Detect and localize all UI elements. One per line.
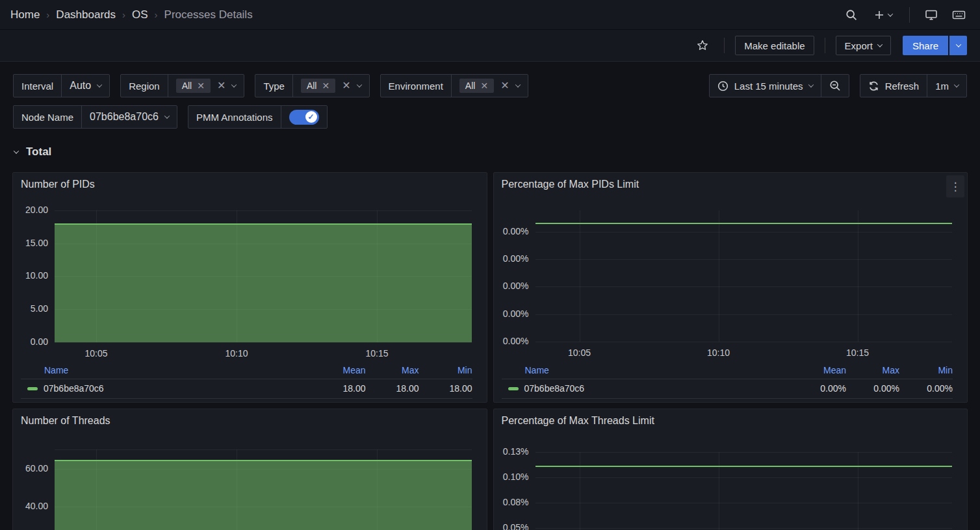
legend-col-mean[interactable]: Mean [793, 365, 846, 375]
add-new-icon[interactable] [868, 4, 899, 26]
clear-filter-icon[interactable]: ✕ [217, 81, 226, 91]
panel-title[interactable]: Number of PIDs [21, 179, 95, 190]
share-dropdown-button[interactable] [949, 36, 967, 55]
breadcrumb-dashboards[interactable]: Dashboards [56, 8, 116, 21]
legend: Name Mean Max Min 07b6be8a70c6 18.00 18.… [21, 364, 472, 399]
interval-select[interactable]: Auto [62, 75, 109, 97]
panel-title[interactable]: Percentage of Max PIDs Limit [502, 179, 639, 190]
grid-line [535, 503, 953, 503]
panel-title[interactable]: Percentage of Max Threads Limit [502, 415, 654, 427]
divider [909, 7, 910, 23]
grid-line [55, 342, 472, 343]
remove-chip-icon[interactable]: ✕ [197, 81, 205, 90]
chevron-down-icon [808, 82, 813, 87]
grid-line [535, 314, 953, 315]
y-axis-label: 20.00 [13, 205, 48, 215]
remove-chip-icon[interactable]: ✕ [480, 81, 488, 90]
make-editable-button[interactable]: Make editable [735, 36, 814, 55]
search-icon[interactable] [840, 4, 862, 26]
type-filter: Type All ✕ ✕ [255, 74, 369, 97]
zoom-out-button[interactable] [821, 75, 849, 97]
pmm-annotations-toggle[interactable]: ✓ [289, 110, 319, 125]
panel-title[interactable]: Number of Threads [21, 415, 110, 427]
panel-grid: Number of PIDs 10:0510:1010:1520.0015.00… [0, 172, 980, 530]
type-select[interactable]: All ✕ ✕ [293, 75, 369, 97]
y-axis-label: 0.00% [494, 226, 529, 236]
x-axis-label: 10:15 [351, 348, 403, 359]
y-axis-label: 0.00% [494, 253, 529, 264]
refresh-interval-button[interactable]: 1m [927, 75, 966, 97]
y-axis-label: 0.00 [13, 336, 48, 347]
legend-col-name[interactable]: Name [44, 365, 313, 375]
clear-filter-icon[interactable]: ✕ [500, 81, 509, 91]
x-axis-label: 10:15 [832, 347, 884, 358]
grid-line [55, 449, 472, 450]
panel-pct-max-pids-limit: Percentage of Max PIDs Limit ⋮ 10:0510:1… [493, 172, 968, 403]
share-split-button: Share [903, 36, 967, 55]
chevron-down-icon [955, 42, 961, 47]
series-line [535, 466, 953, 467]
environment-chip-value: All [465, 81, 476, 91]
chevron-down-icon [954, 82, 959, 87]
legend-col-min[interactable]: Min [419, 365, 472, 375]
export-button[interactable]: Export [836, 36, 891, 55]
series-line [535, 223, 953, 224]
legend-header: Name Mean Max Min [21, 364, 472, 379]
legend-col-min[interactable]: Min [899, 365, 953, 375]
grid-line [535, 528, 953, 529]
legend-col-mean[interactable]: Mean [313, 365, 366, 375]
controls-row-1: Interval Auto Region All ✕ ✕ Type All [13, 74, 967, 97]
series-color-swatch [27, 387, 38, 390]
series-area [55, 460, 472, 530]
clear-filter-icon[interactable]: ✕ [342, 81, 350, 91]
star-icon[interactable] [691, 34, 714, 57]
legend-row: 07b6be8a70c6 0.00% 0.00% 0.00% [502, 379, 953, 399]
time-range-label: Last 15 minutes [734, 81, 803, 92]
section-total-header[interactable]: Total [0, 129, 980, 158]
grid-line [580, 452, 580, 530]
grid-line [535, 452, 953, 453]
clock-icon [717, 81, 729, 92]
y-axis-label: 60.00 [13, 463, 48, 473]
legend-col-max[interactable]: Max [846, 365, 899, 375]
pmm-annotations-label: PMM Annotations [188, 106, 281, 128]
refresh-button[interactable]: Refresh [860, 75, 927, 97]
y-axis-label: 0.13% [494, 446, 529, 457]
type-label: Type [255, 75, 293, 97]
remove-chip-icon[interactable]: ✕ [322, 81, 329, 90]
region-chip[interactable]: All ✕ [176, 79, 211, 93]
region-label: Region [121, 75, 168, 97]
y-axis-label: 5.00 [13, 303, 48, 314]
keyboard-icon[interactable] [948, 4, 970, 26]
time-range-button[interactable]: Last 15 minutes [710, 75, 821, 97]
y-axis-label: 0.00% [494, 336, 529, 346]
share-button[interactable]: Share [903, 36, 948, 55]
region-chip-value: All [182, 81, 192, 91]
panel-menu-icon[interactable]: ⋮ [946, 175, 964, 197]
monitor-icon[interactable] [920, 4, 942, 26]
environment-chip[interactable]: All ✕ [459, 79, 494, 93]
breadcrumb-separator: › [122, 9, 125, 20]
y-axis-label: 40.00 [13, 501, 48, 511]
interval-filter: Interval Auto [13, 74, 110, 97]
region-select[interactable]: All ✕ ✕ [168, 75, 244, 97]
legend-header: Name Mean Max Min [502, 364, 953, 379]
legend: Name Mean Max Min 07b6be8a70c6 0.00% 0.0… [502, 364, 953, 399]
refresh-label: Refresh [885, 81, 920, 92]
chevron-down-icon [356, 82, 361, 87]
chevron-down-icon [888, 11, 893, 16]
toggle-check-icon: ✓ [305, 111, 317, 123]
series-name[interactable]: 07b6be8a70c6 [44, 383, 313, 394]
type-chip[interactable]: All ✕ [301, 79, 335, 93]
series-area [55, 223, 472, 342]
legend-col-max[interactable]: Max [366, 365, 419, 375]
node-name-select[interactable]: 07b6be8a70c6 [82, 106, 177, 128]
series-name[interactable]: 07b6be8a70c6 [524, 383, 793, 394]
environment-select[interactable]: All ✕ ✕ [452, 75, 528, 97]
series-color-swatch [508, 387, 519, 390]
refresh-icon [868, 81, 879, 92]
legend-col-name[interactable]: Name [525, 365, 793, 375]
breadcrumb-separator: › [46, 9, 49, 20]
breadcrumb-os[interactable]: OS [132, 8, 148, 21]
breadcrumb-home[interactable]: Home [10, 8, 40, 21]
